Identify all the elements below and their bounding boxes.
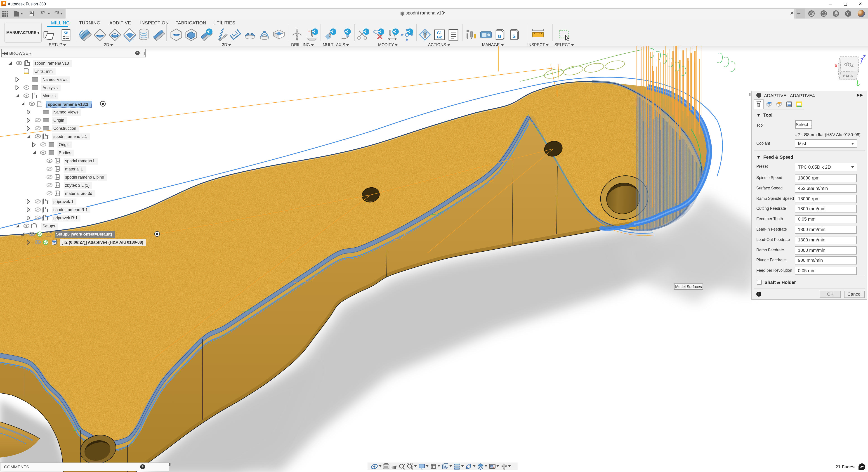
svg-text:X: X	[835, 63, 838, 68]
svg-text:S: S	[513, 33, 516, 39]
svg-text:G2: G2	[437, 35, 442, 39]
svg-text:+: +	[308, 29, 310, 33]
svg-text:BACK: BACK	[843, 74, 854, 78]
svg-text:F: F	[3, 1, 5, 5]
svg-text:Z: Z	[863, 54, 866, 59]
svg-text:G1: G1	[437, 31, 442, 35]
svg-text:G: G	[498, 34, 501, 39]
svg-text:G: G	[64, 30, 68, 35]
